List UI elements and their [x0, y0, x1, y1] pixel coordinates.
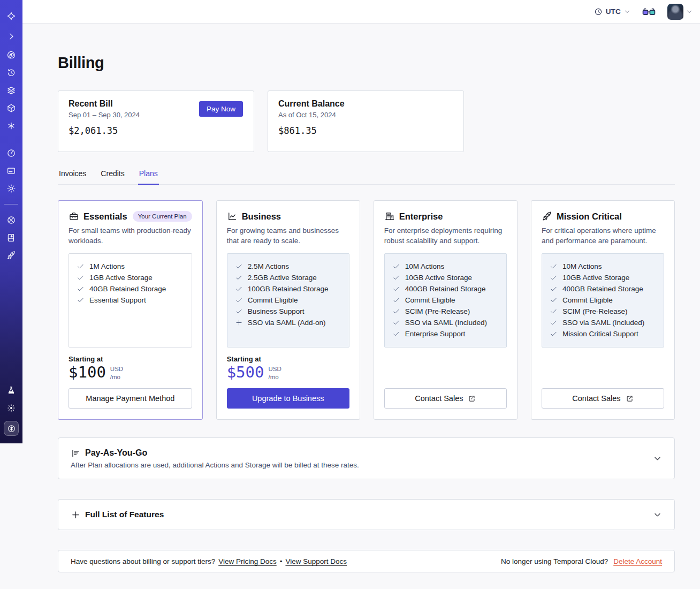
view-support-docs-link[interactable]: View Support Docs: [285, 557, 347, 565]
check-icon: [392, 285, 400, 293]
feature-text: 400GB Retained Storage: [562, 285, 643, 293]
billing-active-dollar-icon[interactable]: [4, 421, 19, 436]
feature-text: Enterprise Support: [405, 330, 466, 338]
enterprise-action-button[interactable]: Contact Sales: [384, 388, 507, 409]
deployments-layers-icon[interactable]: [6, 86, 16, 95]
tab-plans[interactable]: Plans: [138, 166, 159, 184]
page-title: Billing: [58, 54, 675, 72]
check-icon: [550, 330, 558, 338]
plan-feature-item: SSO via SAML (Included): [392, 317, 499, 328]
plan-feature-box: 10M Actions10GB Active Storage400GB Reta…: [542, 253, 664, 348]
delete-question: No longer using Temporal Cloud?: [501, 557, 608, 565]
settings-gear-icon[interactable]: [6, 184, 16, 193]
packages-cube-icon[interactable]: [6, 103, 16, 113]
business-action-button[interactable]: Upgrade to Business: [227, 388, 349, 409]
check-icon: [392, 296, 400, 304]
feature-text: 1GB Active Storage: [89, 274, 153, 282]
check-icon: [235, 307, 243, 315]
check-icon: [77, 296, 85, 304]
pay-as-you-go-accordion[interactable]: Pay-As-You-Go After Plan allocations are…: [58, 437, 675, 479]
check-icon: [235, 285, 243, 293]
feature-text: 10M Actions: [562, 262, 602, 270]
plan-description: For growing teams and businesses that ar…: [227, 225, 349, 246]
recent-bill-amount: $2,061.35: [69, 125, 244, 136]
delete-account-link[interactable]: Delete Account: [613, 557, 662, 565]
plan-feature-item: 400GB Retained Storage: [392, 283, 499, 294]
namespaces-spiral-icon[interactable]: [6, 50, 16, 60]
plan-feature-item: SCIM (Pre-Release): [392, 306, 499, 317]
chart-line-icon: [227, 211, 238, 222]
plan-feature-item: 1M Actions: [77, 261, 184, 272]
plans-grid: Essentials Your Current Plan For small t…: [58, 200, 675, 420]
timezone-label: UTC: [606, 7, 621, 16]
plan-feature-item: Essential Support: [77, 294, 184, 306]
plan-feature-item: 1GB Active Storage: [77, 272, 184, 283]
full-features-accordion[interactable]: Full List of Features: [58, 499, 675, 530]
tab-credits[interactable]: Credits: [100, 166, 125, 184]
building-icon: [384, 211, 395, 222]
timezone-selector[interactable]: UTC: [594, 7, 630, 16]
plan-feature-item: 10M Actions: [392, 261, 499, 272]
current-balance-asof: As of Oct 15, 2024: [278, 111, 453, 119]
current-balance-card: Current Balance As of Oct 15, 2024 $861.…: [268, 90, 464, 152]
feature-text: Commit Eligible: [562, 296, 613, 304]
check-icon: [550, 262, 558, 270]
recent-bill-card: Recent Bill Sep 01 – Sep 30, 2024 $2,061…: [58, 90, 254, 152]
theme-sun-icon[interactable]: [6, 403, 16, 413]
payg-description: After Plan allocations are used, additio…: [71, 461, 653, 469]
schedules-timer-icon[interactable]: [6, 68, 16, 78]
plan-price: Starting at $500 USD/mo: [227, 355, 349, 381]
plan-feature-item: 10GB Active Storage: [392, 272, 499, 283]
docs-book-icon[interactable]: [6, 233, 16, 243]
account-menu[interactable]: [667, 4, 693, 20]
check-icon: [77, 262, 85, 270]
link-separator: •: [280, 557, 283, 565]
nexus-asterisk-icon[interactable]: [6, 121, 16, 131]
feature-text: 2.5M Actions: [248, 262, 289, 270]
plan-feature-item: Mission Critical Support: [550, 328, 656, 339]
billing-tabs: Invoices Credits Plans: [58, 166, 675, 185]
usage-gauge-icon[interactable]: [6, 148, 16, 158]
plan-description: For enterprise deployments requiring rob…: [384, 225, 507, 246]
current-plan-badge: Your Current Plan: [133, 211, 192, 222]
pay-now-button[interactable]: Pay Now: [199, 101, 243, 117]
plan-feature-item: SSO via SAML (Add-on): [235, 317, 341, 328]
check-icon: [77, 285, 85, 293]
price-amount: $100: [69, 364, 106, 380]
view-pricing-docs-link[interactable]: View Pricing Docs: [218, 557, 277, 565]
plan-name: Mission Critical: [557, 212, 622, 222]
footer-question: Have questions about billing or support …: [71, 557, 215, 565]
price-label: Starting at: [227, 355, 349, 363]
billing-summary-row: Recent Bill Sep 01 – Sep 30, 2024 $2,061…: [58, 90, 675, 152]
plan-price: Starting at $100 USD/mo: [69, 355, 192, 381]
clock-icon: [594, 7, 603, 16]
support-circle-x-icon[interactable]: [6, 215, 16, 225]
plan-feature-item: 400GB Retained Storage: [550, 283, 656, 294]
feature-text: Mission Critical Support: [562, 330, 638, 338]
feature-text: Essential Support: [89, 296, 146, 304]
plan-feature-item: 10M Actions: [550, 261, 656, 272]
getting-started-rocket-icon[interactable]: [6, 251, 16, 260]
expand-chevron-icon[interactable]: [6, 32, 16, 41]
current-balance-title: Current Balance: [278, 99, 453, 109]
dev-glasses-icon[interactable]: [642, 7, 656, 16]
labs-flask-icon[interactable]: [6, 386, 16, 395]
current-balance-amount: $861.35: [278, 125, 453, 136]
external-link-icon: [626, 395, 634, 403]
billing-card-icon[interactable]: [6, 166, 16, 176]
essentials-action-button[interactable]: Manage Payment Method: [69, 388, 192, 409]
sidebar: [0, 0, 22, 443]
plan-feature-item: Commit Eligible: [550, 294, 656, 306]
mission-critical-action-button[interactable]: Contact Sales: [542, 388, 664, 409]
sidebar-divider: [4, 204, 18, 205]
plan-feature-item: Commit Eligible: [392, 294, 499, 306]
feature-text: 100GB Retained Storage: [248, 285, 329, 293]
external-link-icon: [468, 395, 476, 403]
plan-feature-item: Commit Eligible: [235, 294, 341, 306]
check-icon: [550, 319, 558, 327]
temporal-logo-icon[interactable]: [6, 11, 16, 21]
feature-text: 10GB Active Storage: [405, 274, 472, 282]
plan-card-essentials: Essentials Your Current Plan For small t…: [58, 200, 203, 420]
tab-invoices[interactable]: Invoices: [58, 166, 87, 184]
feature-text: SCIM (Pre-Release): [405, 307, 470, 315]
